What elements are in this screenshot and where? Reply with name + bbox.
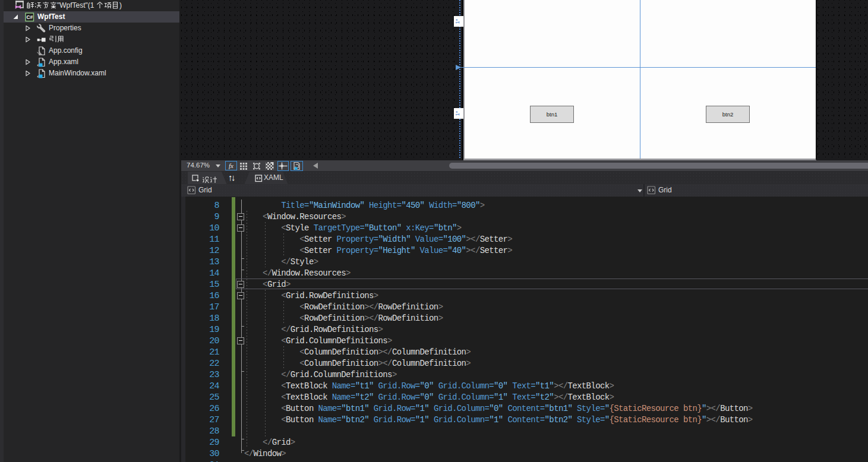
svg-text:C#: C# — [26, 14, 33, 20]
